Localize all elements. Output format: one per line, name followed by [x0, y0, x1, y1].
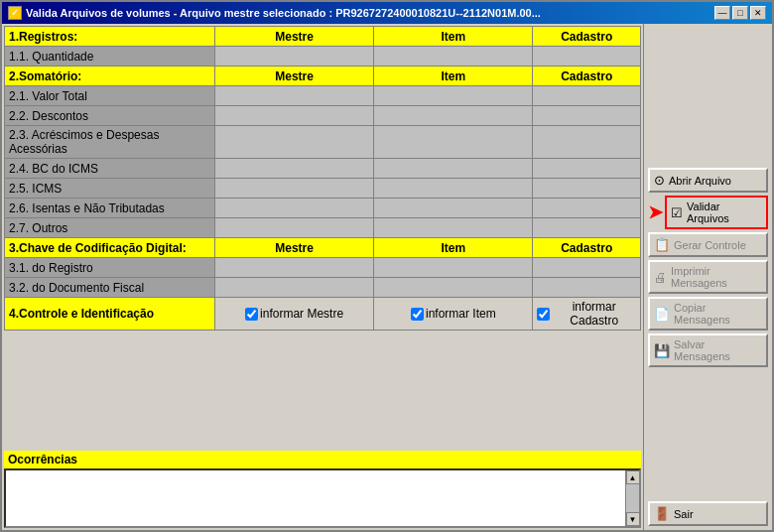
copiar-label: Copiar Mensagens	[674, 302, 762, 326]
table-row: 2.4. BC do ICMS	[5, 159, 641, 179]
checkbox-item-label: informar Item	[426, 307, 496, 321]
row-icms-mestre	[214, 179, 373, 199]
row-quantidade-item	[374, 47, 533, 66]
row-controle-cadastro[interactable]: informar Cadastro	[533, 298, 641, 331]
row-bcicms-mestre	[214, 159, 373, 179]
sair-label: Sair	[674, 508, 694, 520]
validar-arquivos-button[interactable]: ☑ Validar Arquivos	[665, 196, 768, 229]
row-valortotal-mestre	[214, 86, 373, 106]
row-acrescimos-cadastro	[533, 126, 641, 159]
table-row: 2.7. Outros	[5, 218, 641, 238]
row-somatorio-item: Item	[374, 66, 533, 86]
scroll-up-button[interactable]: ▲	[626, 470, 640, 484]
spacer	[648, 370, 768, 498]
imprimir-mensagens-button[interactable]: 🖨 Imprimir Mensagens	[648, 260, 768, 294]
row-icms-item	[374, 179, 533, 199]
abrir-arquivo-button[interactable]: ⊙ Abrir Arquivo	[648, 168, 768, 193]
row-bcicms-cadastro	[533, 159, 641, 179]
scroll-down-button[interactable]: ▼	[626, 512, 640, 526]
row-outros-cadastro	[533, 218, 641, 238]
row-outros-label: 2.7. Outros	[5, 218, 215, 238]
row-documentofiscal-cadastro	[533, 278, 641, 298]
table-row: 2.3. Acréscimos e Despesas Acessórias	[5, 126, 641, 159]
row-valortotal-cadastro	[533, 86, 641, 106]
ocorrencias-section: Ocorrências ▲ ▼	[4, 451, 641, 528]
table-row: 2.2. Descontos	[5, 106, 641, 126]
row-isentas-mestre	[214, 199, 373, 218]
row-isentas-cadastro	[533, 199, 641, 218]
row-chave-item: Item	[374, 238, 533, 258]
salvar-icon: 💾	[654, 343, 670, 358]
table-wrapper: 1.Registros: Mestre Item Cadastro 1.1. Q…	[4, 26, 641, 449]
title-bar-left: ✓ Valida Arquivos de volumes - Arquivo m…	[8, 6, 541, 20]
checkbox-mestre-label: informar Mestre	[260, 307, 343, 321]
table-row: 1.1. Quantidade	[5, 47, 641, 66]
row-registros-item: Item	[374, 27, 533, 47]
checkbox-cadastro[interactable]	[537, 308, 550, 321]
row-chave-cadastro: Cadastro	[533, 238, 641, 258]
ocorrencias-label: Ocorrências	[4, 451, 641, 468]
row-controle-item[interactable]: informar Item	[374, 298, 533, 331]
gerar-controle-button[interactable]: 📋 Gerar Controle	[648, 232, 768, 257]
table-row: 1.Registros: Mestre Item Cadastro	[5, 27, 641, 47]
row-icms-cadastro	[533, 179, 641, 199]
row-acrescimos-mestre	[214, 126, 373, 159]
title-bar: ✓ Valida Arquivos de volumes - Arquivo m…	[2, 2, 772, 24]
salvar-label: Salvar Mensagens	[674, 338, 762, 362]
row-somatorio-mestre: Mestre	[214, 66, 373, 86]
row-isentas-label: 2.6. Isentas e Não Tributadas	[5, 199, 215, 218]
checkbox-mestre[interactable]	[245, 308, 258, 321]
row-outros-mestre	[214, 218, 373, 238]
gerar-label: Gerar Controle	[674, 239, 746, 251]
row-doregistro-label: 3.1. do Registro	[5, 258, 215, 278]
row-valortotal-item	[374, 86, 533, 106]
row-somatorio-cadastro: Cadastro	[533, 66, 641, 86]
validar-label: Validar Arquivos	[687, 200, 762, 224]
row-icms-label: 2.5. ICMS	[5, 179, 215, 199]
salvar-mensagens-button[interactable]: 💾 Salvar Mensagens	[648, 333, 768, 367]
row-quantidade-mestre	[214, 47, 373, 66]
row-chave-mestre: Mestre	[214, 238, 373, 258]
table-row: 2.5. ICMS	[5, 179, 641, 199]
row-somatorio-label: 2.Somatório:	[5, 66, 215, 86]
table-row: 3.2. do Documento Fiscal	[5, 278, 641, 298]
row-acrescimos-label: 2.3. Acréscimos e Despesas Acessórias	[5, 126, 215, 159]
table-row: 2.1. Valor Total	[5, 86, 641, 106]
row-descontos-item	[374, 106, 533, 126]
app-icon: ✓	[8, 6, 22, 20]
validar-icon: ☑	[671, 205, 683, 220]
gerar-icon: 📋	[654, 237, 670, 252]
row-doregistro-mestre	[214, 258, 373, 278]
maximize-button[interactable]: □	[732, 6, 748, 20]
row-registros-cadastro: Cadastro	[533, 27, 641, 47]
row-documentofiscal-mestre	[214, 278, 373, 298]
row-descontos-cadastro	[533, 106, 641, 126]
imprimir-label: Imprimir Mensagens	[671, 265, 762, 289]
row-acrescimos-item	[374, 126, 533, 159]
copiar-mensagens-button[interactable]: 📄 Copiar Mensagens	[648, 297, 768, 331]
close-button[interactable]: ✕	[750, 6, 766, 20]
row-registros-mestre: Mestre	[214, 27, 373, 47]
row-outros-item	[374, 218, 533, 238]
validar-row: ➤ ☑ Validar Arquivos	[648, 196, 768, 229]
row-bcicms-item	[374, 159, 533, 179]
table-row: 2.Somatório: Mestre Item Cadastro	[5, 66, 641, 86]
title-bar-controls: — □ ✕	[714, 6, 766, 20]
abrir-label: Abrir Arquivo	[669, 175, 731, 187]
checkbox-item[interactable]	[411, 308, 424, 321]
main-window: ✓ Valida Arquivos de volumes - Arquivo m…	[0, 0, 774, 532]
row-bcicms-label: 2.4. BC do ICMS	[5, 159, 215, 179]
table-row: 2.6. Isentas e Não Tributadas	[5, 199, 641, 218]
sair-button[interactable]: 🚪 Sair	[648, 501, 768, 526]
table-row: 3.1. do Registro	[5, 258, 641, 278]
validar-arrow-icon: ➤	[648, 201, 663, 223]
table-row: 3.Chave de Codificação Digital: Mestre I…	[5, 238, 641, 258]
data-table: 1.Registros: Mestre Item Cadastro 1.1. Q…	[4, 26, 641, 331]
row-controle-mestre[interactable]: informar Mestre	[214, 298, 373, 331]
table-row: 4.Controle e Identificação informar Mest…	[5, 298, 641, 331]
minimize-button[interactable]: —	[714, 6, 730, 20]
row-quantidade-label: 1.1. Quantidade	[5, 47, 215, 66]
main-layout: 1.Registros: Mestre Item Cadastro 1.1. Q…	[2, 24, 772, 530]
row-isentas-item	[374, 199, 533, 218]
row-documentofiscal-label: 3.2. do Documento Fiscal	[5, 278, 215, 298]
